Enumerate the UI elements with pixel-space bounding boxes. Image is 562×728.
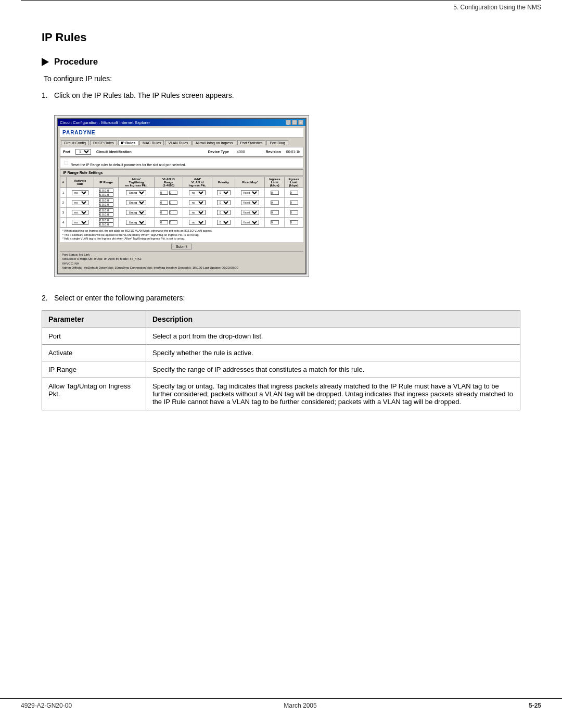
row2-fixed[interactable]: fixed [235, 198, 265, 208]
submit-button[interactable]: Submit [171, 244, 192, 249]
tab-dhcp-rules[interactable]: DHCP Rules [90, 140, 117, 145]
row4-ingress[interactable] [265, 218, 285, 228]
row4-priority[interactable]: 0 [212, 218, 235, 228]
param-table: Parameter Description Port Select a port… [42, 310, 520, 410]
row4-tag[interactable]: UntagTag [119, 218, 155, 228]
col-tag: Allow¹Tag/Untagon Ingress Pkt. [119, 177, 155, 188]
row3-activate[interactable]: noyes [66, 208, 94, 218]
logo-row: PARADYNE [60, 128, 303, 137]
row1-ingress[interactable] [265, 188, 285, 198]
revision-value: 00:01:1b [286, 150, 300, 154]
row1-priority[interactable]: 0 [212, 188, 235, 198]
tab-vlan-rules[interactable]: VLAN Rules [165, 140, 191, 145]
row4-num: 4 [60, 218, 67, 228]
footnote-2: ² The FixedMark attributes will be appli… [62, 233, 301, 237]
row3-tag[interactable]: UntagTag [119, 208, 155, 218]
device-type-value: 4000 [237, 150, 245, 154]
footnotes: ¹ When attaching an Ingress pkt, the pkt… [60, 228, 303, 242]
reset-checkbox[interactable] [65, 161, 69, 165]
table-row: 4 noyes UntagTag noyes 0 fixed [60, 218, 303, 228]
step-1-text: Click on the IP Rules tab. The IP Rules … [54, 91, 520, 99]
row3-num: 3 [60, 208, 67, 218]
row4-fixed[interactable]: fixed [235, 218, 265, 228]
tab-allow-untag[interactable]: Allow/Untag on Ingress [193, 140, 236, 145]
param-row-port: Port Select a port from the drop-down li… [42, 328, 520, 344]
row3-egress[interactable] [285, 208, 303, 218]
row2-ingress[interactable] [265, 198, 285, 208]
row1-tag[interactable]: UntagTag [119, 188, 155, 198]
col-num: # [60, 177, 67, 188]
ip-range-table: # ActivateRule IP Range Allow¹Tag/Untago… [60, 177, 303, 228]
row3-fixed[interactable]: fixed [235, 208, 265, 218]
maximize-button[interactable]: □ [292, 120, 297, 125]
param-iprange-label: IP Range [42, 361, 146, 378]
tab-ip-rules[interactable]: IP Rules [118, 140, 139, 145]
row4-egress[interactable] [285, 218, 303, 228]
col-vlanid: VLAN IDRange(1-4095) [154, 177, 183, 188]
tab-circuit-config[interactable]: Circuit Config [61, 140, 89, 145]
row1-activate[interactable]: noyes [66, 188, 94, 198]
param-port-label: Port [42, 328, 146, 344]
param-tag-label: Allow Tag/Untag on Ingress Pkt. [42, 378, 146, 410]
ip-range-header: IP Range Rule Settings [60, 169, 303, 176]
row1-addvlan[interactable]: noyes [183, 188, 212, 198]
param-row-activate: Activate Specify whether the rule is act… [42, 344, 520, 361]
row2-tag[interactable]: UntagTag [119, 198, 155, 208]
row2-num: 2 [60, 198, 67, 208]
param-port-desc: Select a port from the drop-down list. [146, 328, 520, 344]
status-line-2: ActSpeed: 0 Mbps Up: 0/Ups: 0n Activ Ifx… [62, 257, 301, 261]
status-line-1: Port Status: No Link [62, 253, 301, 257]
title-bar-text: Circuit Configuration - Microsoft Intern… [60, 120, 150, 125]
tab-mac-rules[interactable]: MAC Rules [139, 140, 164, 145]
param-col-header: Parameter [42, 310, 146, 328]
row2-vlan[interactable] [154, 198, 183, 208]
row2-priority[interactable]: 0 [212, 198, 235, 208]
step-1-num: 1. [42, 91, 54, 99]
row4-vlan[interactable] [154, 218, 183, 228]
row4-addvlan[interactable]: noyes [183, 218, 212, 228]
row3-iprange[interactable] [94, 208, 118, 218]
close-button[interactable]: × [298, 120, 303, 125]
param-activate-desc: Specify whether the rule is active. [146, 344, 520, 361]
tab-port-diag[interactable]: Port Diag [266, 140, 288, 145]
device-type-label: Device Type [208, 150, 229, 154]
row2-addvlan[interactable]: noyes [183, 198, 212, 208]
row3-ingress[interactable] [265, 208, 285, 218]
submit-row: Submit [60, 242, 303, 251]
title-bar: Circuit Configuration - Microsoft Intern… [58, 119, 305, 126]
row3-vlan[interactable] [154, 208, 183, 218]
procedure-label: Procedure [54, 57, 98, 67]
row2-activate[interactable]: noyes [66, 198, 94, 208]
row1-egress[interactable] [285, 188, 303, 198]
table-row: 1 noyes UntagTag noyes 0 fixed [60, 188, 303, 198]
reset-line: Reset the IP Range rules to default para… [60, 158, 303, 168]
intro-text: To configure IP rules: [44, 74, 520, 83]
app-logo: PARADYNE [62, 130, 95, 135]
app-content: PARADYNE Circuit Config DHCP Rules IP Ru… [58, 126, 305, 273]
row1-vlan[interactable] [154, 188, 183, 198]
row4-activate[interactable]: noyes [66, 218, 94, 228]
row1-iprange[interactable] [94, 188, 118, 198]
screenshot-inner: Circuit Configuration - Microsoft Intern… [57, 118, 306, 274]
circuit-id-label: Circuit Identification [96, 150, 132, 154]
row1-fixed[interactable]: fixed [235, 188, 265, 198]
footnote-1: ¹ When attaching an Ingress pkt, the pkt… [62, 229, 301, 233]
row3-priority[interactable]: 0 [212, 208, 235, 218]
footer-page-num: 5-25 [529, 702, 541, 709]
col-fixed: FixedMap³ [235, 177, 265, 188]
minimize-button[interactable]: _ [286, 120, 291, 125]
row2-iprange[interactable] [94, 198, 118, 208]
step-2-text: Select or enter the following parameters… [54, 294, 520, 302]
nav-tabs-row[interactable]: Circuit Config DHCP Rules IP Rules MAC R… [60, 139, 303, 145]
col-priority: Priority [212, 177, 235, 188]
param-tag-desc: Specify tag or untag. Tag indicates that… [146, 378, 520, 410]
port-select[interactable]: 123 [75, 149, 91, 155]
footer-date: March 2005 [284, 702, 316, 709]
revision-label: Revision [266, 150, 281, 154]
tab-port-stats[interactable]: Port Statistics [237, 140, 266, 145]
page-title: IP Rules [42, 31, 520, 44]
row2-egress[interactable] [285, 198, 303, 208]
row4-iprange[interactable] [94, 218, 118, 228]
procedure-heading: Procedure [42, 57, 520, 67]
row3-addvlan[interactable]: noyes [183, 208, 212, 218]
